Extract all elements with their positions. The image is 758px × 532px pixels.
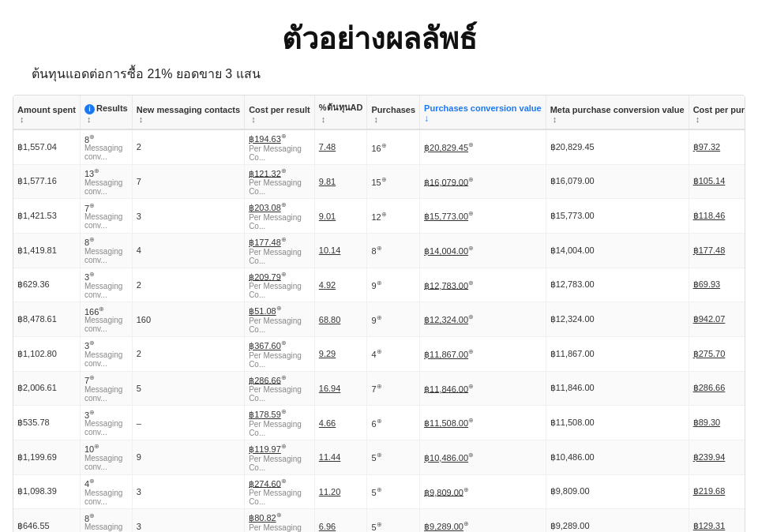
cell-cost-purchase: ฿942.07	[689, 302, 745, 337]
cell-cost-purchase: ฿219.68	[689, 474, 745, 509]
cell-messaging: 2	[132, 129, 244, 164]
cell-conv-value: ฿12,324.00⊕	[420, 302, 546, 337]
cell-cost-purchase: ฿69.93	[689, 268, 745, 302]
cell-messaging: 4	[132, 233, 244, 268]
cell-messaging: 2	[132, 268, 244, 302]
cell-conv-value: ฿20,829.45⊕	[420, 129, 546, 164]
cell-messaging: 3	[132, 509, 244, 532]
cell-percent: 68.80	[314, 302, 367, 337]
subtitle: ต้นทุนแอดต่อการซื้อ 21% ยอดขาย 3 แสน	[0, 64, 758, 84]
sort-arrow-conv: ↓	[424, 113, 429, 124]
table-row: ฿1,421.53 7⊕ Messaging conv... 3 ฿203.08…	[13, 199, 745, 234]
cell-meta-value: ฿9,289.00	[546, 509, 689, 532]
col-percent-ad[interactable]: %ต้นทุนAD ↕	[314, 96, 367, 129]
cell-percent: 11.44	[314, 440, 367, 474]
col-amount-spent[interactable]: Amount spent ↕	[13, 96, 80, 129]
cell-meta-value: ฿15,773.00	[546, 199, 689, 234]
cell-percent: 6.96	[314, 509, 367, 532]
table-body: ฿1,557.04 8⊕ Messaging conv... 2 ฿194.63…	[13, 129, 745, 532]
cell-cost-result: ฿80.82⊕ Per Messaging Co...	[245, 509, 315, 532]
cell-messaging: 5	[132, 371, 244, 406]
cell-purchases: 5⊕	[367, 440, 420, 474]
col-purchases[interactable]: Purchases ↕	[367, 96, 420, 129]
col-results[interactable]: iResults ↕	[80, 96, 132, 129]
table-row: ฿629.36 3⊕ Messaging conv... 2 ฿209.79⊕ …	[13, 268, 745, 302]
cell-purchases: 9⊕	[367, 268, 420, 302]
cell-cost-result: ฿367.60⊕ Per Messaging Co...	[245, 336, 315, 371]
table-row: ฿1,098.39 4⊕ Messaging conv... 3 ฿274.60…	[13, 474, 745, 509]
sort-icon-results: ↕	[87, 114, 92, 124]
main-title: ตัวอย่างผลลัพธ์	[0, 14, 758, 62]
cell-conv-value: ฿11,846.00⊕	[420, 371, 546, 406]
results-table: Amount spent ↕ iResults ↕ New messaging …	[13, 96, 745, 532]
cell-percent: 11.20	[314, 474, 367, 509]
cell-cost-purchase: ฿286.66	[689, 371, 745, 406]
cell-cost-purchase: ฿105.14	[689, 164, 745, 199]
cell-purchases: 16⊕	[367, 129, 420, 164]
sort-icon-cost: ↕	[251, 114, 256, 124]
cell-percent: 16.94	[314, 371, 367, 406]
cell-results: 7⊕ Messaging conv...	[80, 199, 132, 234]
sort-icon-cpa: ↕	[696, 114, 700, 124]
cell-cost-result: ฿177.48⊕ Per Messaging Co...	[245, 233, 315, 268]
cell-amount: ฿8,478.61	[13, 302, 80, 337]
cell-purchases: 7⊕	[367, 371, 420, 406]
cell-meta-value: ฿11,867.00	[546, 336, 689, 371]
cell-percent: 9.29	[314, 336, 367, 371]
cell-percent: 9.01	[314, 199, 367, 234]
cell-cost-result: ฿286.66⊕ Per Messaging Co...	[245, 371, 315, 406]
cell-meta-value: ฿20,829.45	[546, 129, 689, 164]
col-purchases-conversion[interactable]: Purchases conversion value ↓	[420, 96, 546, 129]
cell-conv-value: ฿12,783.00⊕	[420, 268, 546, 302]
table-header-row: Amount spent ↕ iResults ↕ New messaging …	[13, 96, 745, 129]
cell-percent: 4.92	[314, 268, 367, 302]
cell-messaging: 7	[132, 164, 244, 199]
cell-cost-purchase: ฿97.32	[689, 129, 745, 164]
cell-cost-result: ฿274.60⊕ Per Messaging Co...	[245, 474, 315, 509]
sort-icon-meta: ↕	[553, 114, 557, 124]
cell-cost-result: ฿209.79⊕ Per Messaging Co...	[245, 268, 315, 302]
info-icon-results: i	[84, 104, 95, 114]
cell-meta-value: ฿10,486.00	[546, 440, 689, 474]
cell-amount: ฿535.78	[13, 406, 80, 440]
col-meta-purchase[interactable]: Meta purchase conversion value ↕	[546, 96, 689, 129]
data-table-wrapper: Amount spent ↕ iResults ↕ New messaging …	[13, 95, 745, 532]
cell-results: 13⊕ Messaging conv...	[80, 164, 132, 199]
cell-results: 8⊕ Messaging conv...	[80, 129, 132, 164]
cell-cost-purchase: ฿89.30	[689, 406, 745, 440]
cell-cost-result: ฿121.32⊕ Per Messaging Co...	[245, 164, 315, 199]
cell-meta-value: ฿12,324.00	[546, 302, 689, 337]
table-row: ฿2,006.61 7⊕ Messaging conv... 5 ฿286.66…	[13, 371, 745, 406]
table-row: ฿646.55 8⊕ Messaging conv... 3 ฿80.82⊕ P…	[13, 509, 745, 532]
cell-results: 8⊕ Messaging conv...	[80, 509, 132, 532]
col-cost-per-purchase[interactable]: Cost per purchase ↕	[689, 96, 745, 129]
cell-cost-result: ฿51.08⊕ Per Messaging Co...	[245, 302, 315, 337]
cell-conv-value: ฿10,486.00⊕	[420, 440, 546, 474]
cell-conv-value: ฿9,809.00⊕	[420, 474, 546, 509]
cell-amount: ฿629.36	[13, 268, 80, 302]
cell-amount: ฿2,006.61	[13, 371, 80, 406]
table-row: ฿1,557.04 8⊕ Messaging conv... 2 ฿194.63…	[13, 129, 745, 164]
cell-meta-value: ฿11,508.00	[546, 406, 689, 440]
cell-cost-result: ฿194.63⊕ Per Messaging Co...	[245, 129, 315, 164]
cell-messaging: –	[132, 406, 244, 440]
cell-meta-value: ฿14,004.00	[546, 233, 689, 268]
cell-cost-result: ฿203.08⊕ Per Messaging Co...	[245, 199, 315, 234]
cell-amount: ฿1,419.81	[13, 233, 80, 268]
table-row: ฿1,102.80 3⊕ Messaging conv... 2 ฿367.60…	[13, 336, 745, 371]
cell-messaging: 3	[132, 199, 244, 234]
cell-conv-value: ฿14,004.00⊕	[420, 233, 546, 268]
cell-results: 8⊕ Messaging conv...	[80, 233, 132, 268]
cell-purchases: 4⊕	[367, 336, 420, 371]
cell-conv-value: ฿15,773.00⊕	[420, 199, 546, 234]
cell-messaging: 2	[132, 336, 244, 371]
cell-percent: 10.14	[314, 233, 367, 268]
cell-results: 3⊕ Messaging conv...	[80, 268, 132, 302]
cell-cost-purchase: ฿239.94	[689, 440, 745, 474]
col-new-messaging[interactable]: New messaging contacts ↕	[132, 96, 244, 129]
col-cost-per-result[interactable]: Cost per result ↕	[245, 96, 315, 129]
cell-amount: ฿1,098.39	[13, 474, 80, 509]
cell-meta-value: ฿12,783.00	[546, 268, 689, 302]
cell-conv-value: ฿11,867.00⊕	[420, 336, 546, 371]
cell-amount: ฿1,102.80	[13, 336, 80, 371]
